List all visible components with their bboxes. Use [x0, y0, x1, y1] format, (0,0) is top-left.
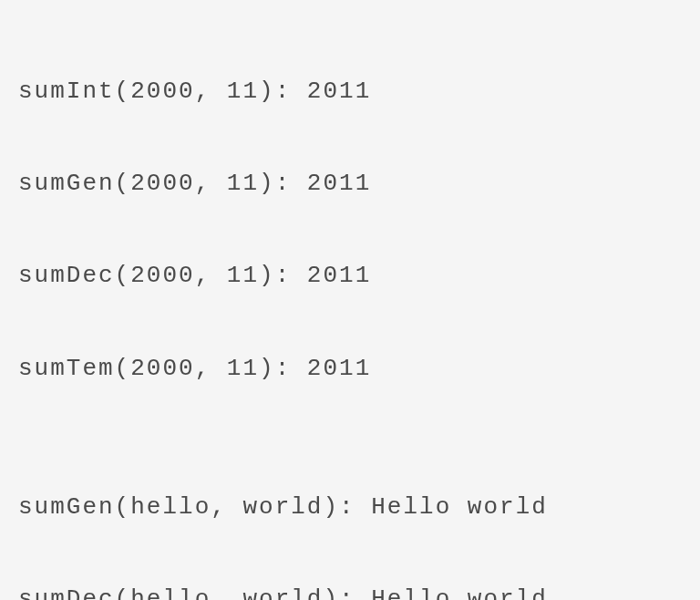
output-line: sumInt(2000, 11): 2011 — [18, 68, 682, 115]
output-line: sumGen(hello, world): Hello world — [18, 484, 682, 531]
output-line: sumGen(2000, 11): 2011 — [18, 160, 682, 207]
output-line: sumDec(2000, 11): 2011 — [18, 253, 682, 299]
output-line: sumTem(2000, 11): 2011 — [18, 346, 682, 392]
code-output: sumInt(2000, 11): 2011 sumGen(2000, 11):… — [18, 22, 682, 600]
output-line: sumDec(hello, world): Hello world — [18, 576, 682, 600]
